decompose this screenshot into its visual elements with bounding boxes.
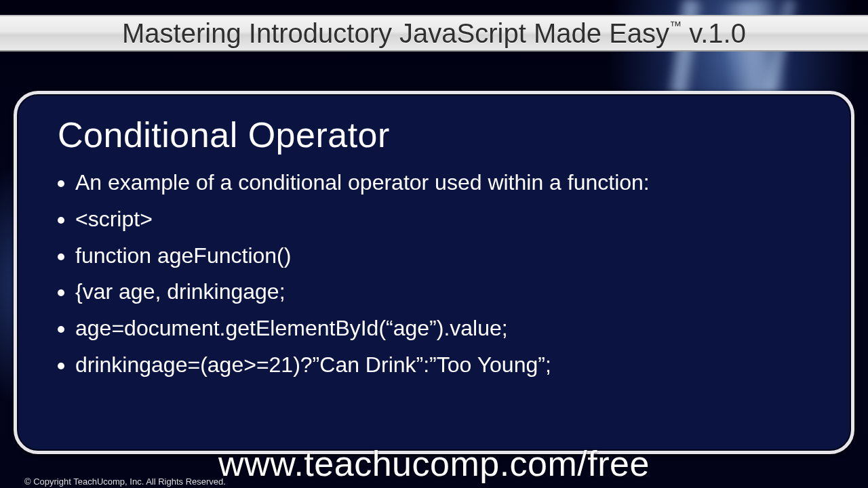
bullet-list: An example of a conditional operator use… (58, 165, 810, 384)
page-title: Mastering Introductory JavaScript Made E… (122, 18, 746, 49)
trademark-symbol: ™ (669, 19, 682, 33)
title-main: Mastering Introductory JavaScript Made E… (122, 18, 669, 48)
title-bar: Mastering Introductory JavaScript Made E… (0, 15, 868, 52)
list-item: An example of a conditional operator use… (75, 165, 810, 201)
list-item: drinkingage=(age>=21)?”Can Drink”:”Too Y… (75, 347, 810, 384)
copyright-text: © Copyright TeachUcomp, Inc. All Rights … (24, 476, 226, 487)
list-item: age=document.getElementById(“age”).value… (75, 310, 810, 347)
list-item: function ageFunction() (75, 238, 810, 274)
slide-panel: Conditional Operator An example of a con… (14, 91, 854, 454)
list-item: {var age, drinkingage; (75, 274, 810, 310)
list-item: <script> (75, 201, 810, 238)
slide-heading: Conditional Operator (58, 115, 810, 155)
title-version: v.1.0 (682, 18, 746, 48)
